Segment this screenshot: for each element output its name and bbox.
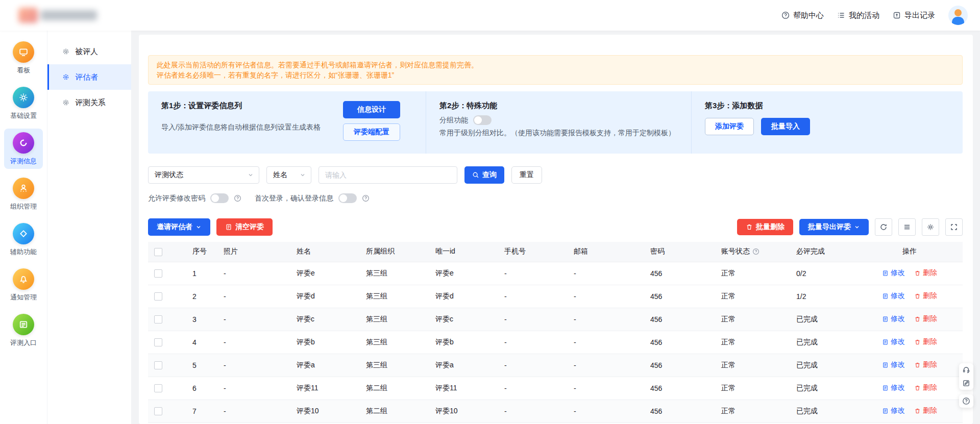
delete-link[interactable]: 删除 — [914, 291, 937, 301]
field-select[interactable]: 姓名 — [266, 166, 311, 184]
edit-link[interactable]: 修改 — [882, 291, 905, 301]
customer-service-icon[interactable] — [959, 363, 973, 377]
cell-email: - — [568, 285, 644, 308]
sidebar-item-notifications[interactable]: 通知管理 — [4, 265, 43, 305]
delete-link[interactable]: 删除 — [914, 268, 937, 278]
export-records-link[interactable]: 导出记录 — [893, 11, 935, 20]
delete-link[interactable]: 删除 — [914, 360, 937, 369]
info-design-button[interactable]: 信息设计 — [343, 101, 400, 118]
cell-phone: - — [498, 331, 568, 354]
delete-link[interactable]: 删除 — [914, 314, 937, 323]
col-actions: 操作 — [856, 242, 963, 262]
diamond-icon — [13, 223, 34, 244]
document-icon — [225, 223, 232, 231]
allow-password-change-toggle[interactable] — [210, 193, 229, 203]
table-toolbar: 邀请评估者 清空评委 批量删除 批量导出评委 — [148, 218, 963, 236]
batch-export-button[interactable]: 批量导出评委 — [799, 219, 869, 235]
row-checkbox[interactable] — [154, 407, 162, 415]
cell-account-status: 正常 — [715, 400, 790, 422]
row-checkbox[interactable] — [154, 338, 162, 346]
cell-name: 评委11 — [290, 377, 360, 400]
invite-evaluator-button[interactable]: 邀请评估者 — [148, 218, 210, 236]
cell-phone: - — [498, 285, 568, 308]
step-3: 第3步：添加数据 添加评委 批量导入 — [691, 91, 963, 154]
cell-email: - — [568, 377, 644, 400]
sidebar-item-evaluation-info[interactable]: 评测信息 — [4, 129, 43, 169]
cell-account-status: 正常 — [715, 308, 790, 331]
subnav-item-evaluatees[interactable]: 被评人 — [47, 39, 131, 64]
help-circle-icon[interactable] — [752, 248, 760, 255]
search-button[interactable]: 查询 — [464, 166, 504, 184]
edit-link[interactable]: 修改 — [882, 406, 905, 415]
edit-link[interactable]: 修改 — [882, 268, 905, 278]
add-judge-button[interactable]: 添加评委 — [705, 118, 754, 135]
cell-phone: - — [498, 377, 568, 400]
sidebar-item-kanban[interactable]: 看板 — [4, 38, 43, 78]
cell-phone: - — [498, 354, 568, 377]
feedback-note-icon[interactable] — [959, 377, 973, 390]
edit-link[interactable]: 修改 — [882, 383, 905, 392]
chevron-down-icon — [854, 224, 860, 230]
cell-phone: - — [498, 400, 568, 422]
table-row: 4 - 评委b 第三组 评委b - - 456 正常 已完成 修改 删除 — [148, 331, 963, 354]
sidebar-item-evaluation-entry[interactable]: 评测入口 — [4, 310, 43, 351]
row-checkbox[interactable] — [154, 269, 162, 278]
notice-line-1: 此处展示当前活动的所有评估者信息。若需要通过手机号或邮箱邀请评估者，则对应信息需… — [157, 60, 954, 70]
row-checkbox[interactable] — [154, 292, 162, 301]
cell-required-progress: 1/2 — [790, 285, 856, 308]
sidebar-item-aux-functions[interactable]: 辅助功能 — [4, 219, 43, 260]
row-checkbox[interactable] — [154, 384, 162, 392]
cell-name: 评委c — [290, 308, 360, 331]
row-checkbox[interactable] — [154, 315, 162, 323]
judge-config-button[interactable]: 评委端配置 — [343, 123, 400, 141]
sidebar-item-base-settings[interactable]: 基础设置 — [4, 83, 43, 123]
subnav-item-relations[interactable]: 评测关系 — [47, 90, 131, 115]
fullscreen-button[interactable] — [945, 218, 963, 236]
subnav-item-evaluators[interactable]: 评估者 — [47, 64, 131, 90]
col-email: 邮箱 — [568, 242, 644, 262]
table-header-row: 序号 照片 姓名 所属组织 唯一id 手机号 邮箱 密码 账号状态 — [148, 242, 963, 262]
search-input[interactable] — [318, 166, 457, 184]
delete-link[interactable]: 删除 — [914, 337, 937, 346]
col-account-status: 账号状态 — [715, 242, 790, 262]
edit-link[interactable]: 修改 — [882, 337, 905, 346]
cell-org: 第三组 — [360, 354, 429, 377]
column-settings-button[interactable] — [922, 218, 939, 236]
help-circle-icon[interactable] — [362, 194, 370, 202]
cell-photo: - — [217, 262, 290, 285]
cell-org: 第三组 — [360, 331, 429, 354]
my-activities-link[interactable]: 我的活动 — [837, 11, 879, 20]
cell-password: 456 — [644, 354, 715, 377]
delete-link[interactable]: 删除 — [914, 406, 937, 415]
group-function-toggle[interactable] — [473, 115, 492, 125]
cell-phone: - — [498, 262, 568, 285]
batch-import-button[interactable]: 批量导入 — [761, 118, 810, 135]
reset-button[interactable]: 重置 — [511, 166, 542, 184]
cell-photo: - — [217, 377, 290, 400]
sidebar-item-org-management[interactable]: 组织管理 — [4, 174, 43, 214]
cell-required-progress: 已完成 — [790, 400, 856, 422]
density-button[interactable] — [898, 218, 916, 236]
delete-link[interactable]: 删除 — [914, 383, 937, 392]
step-1-desc: 导入/添加评委信息将自动根据信息列设置生成表格 — [161, 122, 330, 133]
clear-judges-button[interactable]: 清空评委 — [216, 218, 273, 236]
cell-org: 第三组 — [360, 308, 429, 331]
cell-photo: - — [217, 354, 290, 377]
search-icon — [472, 171, 479, 179]
status-select[interactable]: 评测状态 — [148, 166, 259, 184]
edit-link[interactable]: 修改 — [882, 360, 905, 369]
batch-delete-button[interactable]: 批量删除 — [737, 219, 793, 235]
user-avatar[interactable] — [948, 6, 968, 25]
refresh-button[interactable] — [875, 218, 892, 236]
cell-photo: - — [217, 308, 290, 331]
cell-required-progress: 已完成 — [790, 377, 856, 400]
help-center-link[interactable]: 帮助中心 — [781, 11, 824, 20]
edit-link[interactable]: 修改 — [882, 314, 905, 323]
row-checkbox[interactable] — [154, 361, 162, 369]
help-question-icon[interactable] — [959, 394, 973, 408]
select-all-checkbox[interactable] — [154, 248, 162, 256]
help-circle-icon[interactable] — [234, 194, 241, 202]
secondary-sidebar: 被评人 评估者 评测关系 — [47, 31, 131, 424]
first-login-confirm-toggle[interactable] — [338, 193, 357, 203]
cell-photo: - — [217, 331, 290, 354]
